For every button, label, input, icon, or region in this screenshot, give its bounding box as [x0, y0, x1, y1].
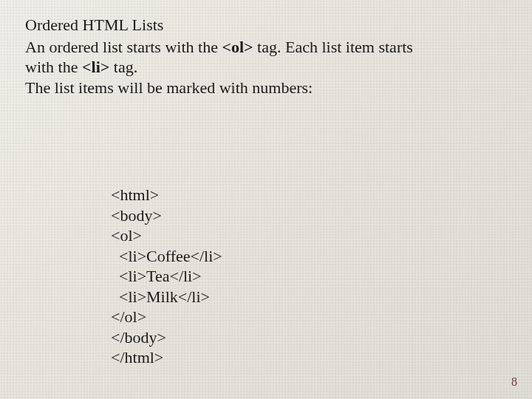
li-tag: <li> — [82, 58, 109, 76]
paragraph-2: The list items will be marked with numbe… — [25, 78, 439, 98]
p1-part-a: An ordered list starts with the — [25, 38, 222, 56]
ol-tag: <ol> — [222, 38, 253, 56]
slide: Ordered HTML Lists An ordered list start… — [0, 0, 532, 399]
slide-title: Ordered HTML Lists — [25, 15, 439, 35]
page-number: 8 — [511, 375, 517, 389]
p1-part-c: tag. — [109, 58, 137, 76]
paragraph-1: An ordered list starts with the <ol> tag… — [25, 37, 439, 78]
slide-text: Ordered HTML Lists An ordered list start… — [25, 15, 439, 98]
code-sample: <html> <body> <ol> <li>Coffee</li> <li>T… — [111, 185, 222, 368]
